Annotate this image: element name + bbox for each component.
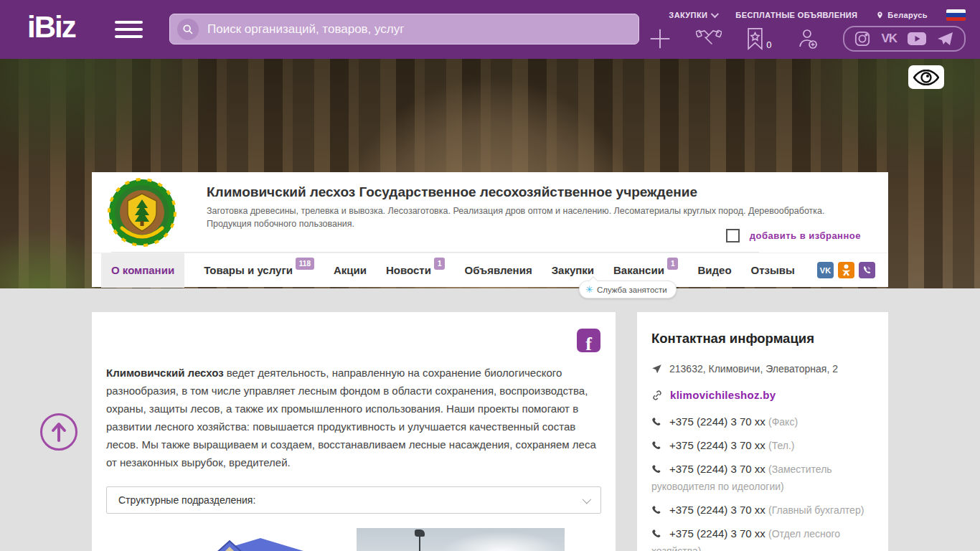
about-section: f Климовичский лесхоз ведет деятельность… [92,312,616,551]
company-subtitle: Заготовка древесины, трелевка и вывозка.… [207,204,870,230]
header-social-links: VK [843,26,966,52]
search-icon[interactable] [177,19,199,40]
facebook-icon[interactable]: f [577,329,600,352]
free-ads-link[interactable]: БЕСПЛАТНЫЕ ОБЪЯВЛЕНИЯ [735,11,857,19]
header-action-icons: 0 VK [649,26,966,52]
top-header: iBiz ЗАКУПКИ БЕСПЛАТНЫЕ ОБЪЯВЛЕНИЯ Белар… [0,0,980,59]
location-arrow-icon [651,364,662,375]
viber-icon[interactable] [859,262,875,278]
phone-icon [651,464,662,475]
favorites-count: 0 [766,39,771,50]
tab-video[interactable]: Видео [697,253,731,288]
add-to-favorites[interactable]: добавить в избранное [726,229,861,242]
country-label: Беларусь [887,11,928,19]
hamburger-menu-icon[interactable] [115,21,143,39]
tab-label: Товары и услуги [204,264,293,276]
phone-number: +375 (2244) 3 70 xx [669,463,765,475]
contact-title: Контактная информация [651,331,874,347]
country-selector[interactable]: Беларусь [876,10,928,20]
flagpole-photo[interactable] [357,528,565,551]
phone-row[interactable]: +375 (2244) 3 70 xx (Отдел лесного хозяй… [651,525,874,551]
phone-number: +375 (2244) 3 70 xx [669,527,765,540]
free-ads-label: БЕСПЛАТНЫЕ ОБЪЯВЛЕНИЯ [735,11,857,19]
chevron-down-icon [583,494,592,504]
tab-label: Закупки [552,264,594,276]
website-row: klimovichileshoz.by [651,387,874,404]
tab-ads[interactable]: Объявления [464,253,532,288]
tab-badge: 118 [296,258,314,270]
phone-row[interactable]: +375 (2244) 3 70 xx (Тел.) [651,437,874,454]
vk-icon[interactable]: VK [881,32,897,46]
company-info: Климовичский лесхоз Государственное лесо… [92,172,888,253]
company-title: Климовичский лесхоз Государственное лесо… [207,184,697,200]
phone-number: +375 (2244) 3 70 xx [669,439,765,451]
search-input[interactable] [199,22,639,37]
tab-badge: 1 [434,258,446,270]
phone-number: +375 (2244) 3 70 xx [669,415,765,428]
chevron-down-icon [711,10,719,18]
purchases-menu[interactable]: ЗАКУПКИ [669,11,717,19]
purchases-label: ЗАКУПКИ [669,11,707,19]
tab-label: Вакансии [613,264,664,276]
tab-label: Акции [334,264,367,276]
scroll-to-top-button[interactable] [40,413,77,451]
phone-icon [651,441,662,451]
tab-label: Новости [386,264,431,276]
tab-label: О компании [111,264,174,276]
vk-icon[interactable]: VK [817,262,834,278]
company-card: Климовичский лесхоз Государственное лесо… [92,172,888,287]
employment-service-tooltip[interactable]: ✳ Служба занятости [579,281,677,298]
tab-promotions[interactable]: Акции [334,253,367,288]
contact-panel: Контактная информация 213632, Климовичи,… [637,312,888,551]
add-plus-icon[interactable] [649,27,672,50]
tab-about[interactable]: О компании [101,253,184,288]
phone-icon [651,529,662,540]
company-tabs: О компании Товары и услуги118 Акции Ново… [92,253,888,287]
handshake-icon[interactable] [696,28,722,50]
odnoklassniki-icon[interactable] [838,262,854,278]
phone-icon [651,505,662,516]
tab-news[interactable]: Новости1 [386,253,445,288]
accessibility-eye-icon[interactable] [908,65,944,89]
address-row: 213632, Климовичи, Элеваторная, 2 [651,361,874,377]
company-social-icons: VK [817,262,875,278]
phone-row[interactable]: +375 (2244) 3 70 xx (Заместитель руковод… [651,461,874,495]
youtube-icon[interactable] [908,32,926,46]
tab-reviews[interactable]: Отзывы [751,253,795,288]
website-link[interactable]: klimovichileshoz.by [670,389,776,401]
header-top-links: ЗАКУПКИ БЕСПЛАТНЫЕ ОБЪЯВЛЕНИЯ Беларусь [669,9,966,21]
tab-products[interactable]: Товары и услуги118 [204,253,314,288]
employment-service-icon: ✳ [585,284,593,295]
favorite-checkbox[interactable] [726,229,740,242]
favorites-bookmark-icon[interactable]: 0 [746,27,771,50]
phone-icon [651,417,662,428]
tab-label: Отзывы [751,264,795,276]
search-bar [169,14,639,44]
location-pin-icon [876,10,884,20]
phone-row[interactable]: +375 (2244) 3 70 xx (Главный бухгалтер) [651,501,874,519]
phone-number: +375 (2244) 3 70 xx [669,504,765,516]
description-lead: Климовичский лесхоз [106,367,224,379]
register-user-icon[interactable] [796,27,819,50]
link-icon [651,390,663,401]
phone-row[interactable]: +375 (2244) 3 70 xx (Факс) [651,413,874,430]
select-label: Структурные подразделения: [118,494,255,506]
ibiz-logo[interactable]: iBiz [27,10,75,44]
phone-note: (Факс) [768,416,798,428]
tab-label: Видео [697,264,731,276]
phone-note: (Тел.) [768,440,794,451]
company-description: Климовичский лесхоз ведет деятельность, … [106,364,601,471]
company-logo [108,178,176,247]
tooltip-label: Служба занятости [597,286,667,294]
russian-flag-icon[interactable] [946,9,966,21]
instagram-icon[interactable] [854,31,870,47]
building-photo[interactable] [106,528,354,551]
tab-badge: 1 [667,258,679,270]
phone-note: (Главный бухгалтер) [768,504,864,516]
tab-label: Объявления [464,264,532,276]
favorite-label: добавить в избранное [750,230,861,241]
structural-divisions-select[interactable]: Структурные подразделения: [106,486,601,514]
telegram-icon[interactable] [937,31,954,47]
address-text: 213632, Климовичи, Элеваторная, 2 [669,363,838,375]
description-text: ведет деятельность, направленную на сохр… [106,367,596,468]
